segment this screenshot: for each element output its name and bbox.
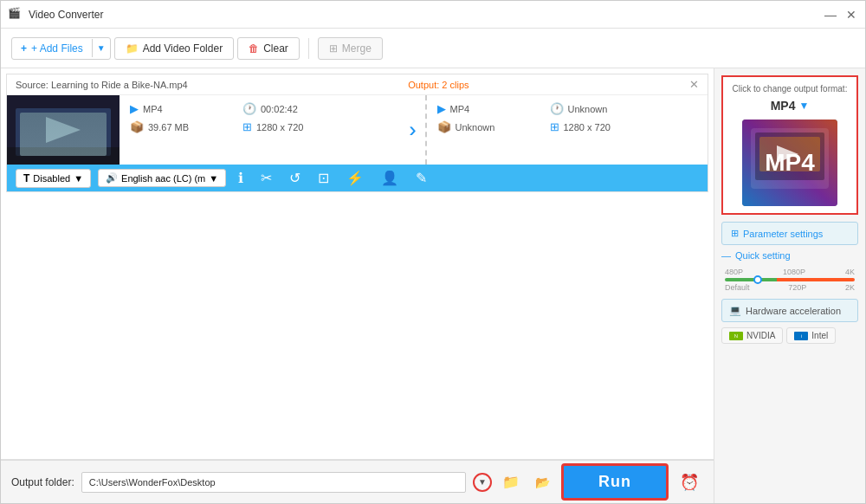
clock-icon: 🕐 [242,102,256,115]
add-files-main-button[interactable]: + + Add Files [12,38,92,59]
info-button[interactable]: ℹ [233,168,249,188]
app-window: 🎬 Video Converter — ✕ + + Add Files ▼ 📁 … [0,0,866,504]
format-hint: Click to change output format: [733,84,848,94]
rotate-button[interactable]: ↺ [284,168,306,188]
bottom-bar: Output folder: ▼ 📁 📂 Run ⏰ [1,460,714,503]
input-size-item: 📦 39.67 MB [130,120,225,133]
add-files-dropdown-arrow[interactable]: ▼ [92,39,110,57]
audio-select[interactable]: 🔊 English aac (LC) (m ▼ [98,169,226,187]
output-format-item: ▶ MP4 [437,102,533,115]
enhance-button[interactable]: ⚡ [341,168,369,188]
close-button[interactable]: ✕ [844,8,858,22]
nvidia-badge[interactable]: N NVIDIA [721,327,783,344]
quality-label-2k: 2K [845,283,855,292]
hw-accel-label: Hardware acceleration [746,306,841,316]
clear-button[interactable]: 🗑 Clear [237,37,300,60]
file-item-header: Source: Learning to Ride a Bike-NA.mp4 O… [7,74,708,95]
quality-label-480p: 480P [725,268,743,276]
output-resolution: 1280 x 720 [564,122,611,132]
resolution-icon: ⊞ [242,120,252,133]
intel-badge[interactable]: i Intel [786,327,836,344]
quality-labels-bottom: Default 720P 2K [725,283,855,292]
add-video-folder-button[interactable]: 📁 Add Video Folder [114,37,235,60]
crop-button[interactable]: ⊡ [313,168,334,188]
output-path-dropdown[interactable]: ▼ [473,473,492,492]
cut-button[interactable]: ✂ [255,168,277,188]
input-info-row-2: 📦 39.67 MB ⊞ 1280 x 720 [130,120,391,133]
svg-rect-1 [16,108,111,156]
add-video-folder-label: Add Video Folder [143,42,223,55]
output-unknown: Unknown [456,122,495,132]
subtitle-dropdown-icon: ▼ [74,173,83,184]
output-path-input[interactable] [81,472,466,493]
format-selected-label: MP4 [771,99,796,113]
input-info-row-1: ▶ MP4 🕐 00:02:42 [130,102,391,115]
content-area: Source: Learning to Ride a Bike-NA.mp4 O… [1,68,865,503]
main-panel: Source: Learning to Ride a Bike-NA.mp4 O… [1,68,714,503]
conversion-arrow: › › [401,95,425,165]
run-button[interactable]: Run [561,463,669,501]
add-files-label: + Add Files [31,42,83,55]
edit-button[interactable]: ✎ [410,168,432,188]
subtitle-icon: T [23,172,29,184]
merge-button[interactable]: ⊞ Merge [318,37,383,60]
toolbar: + + Add Files ▼ 📁 Add Video Folder 🗑 Cle… [1,29,865,68]
svg-rect-3 [7,147,120,165]
input-format-item: ▶ MP4 [130,102,225,115]
parameter-settings-button[interactable]: ⊞ Parameter settings [721,222,858,245]
quality-slider-container: 480P 1080P 4K Default 720P 2K [721,268,858,292]
source-label: Source: Learning to Ride a Bike-NA.mp4 [16,80,188,90]
output-unknown-item: 📦 Unknown [437,120,533,133]
app-title: Video Converter [29,9,824,21]
title-bar: 🎬 Video Converter — ✕ [1,1,865,29]
input-duration-item: 🕐 00:02:42 [242,102,338,115]
audio-label: English aac (LC) (m [121,173,205,184]
add-icon: + [21,42,27,55]
watermark-button[interactable]: 👤 [376,168,404,188]
svg-rect-0 [7,95,120,165]
hardware-acceleration-button[interactable]: 💻 Hardware acceleration [721,299,858,322]
window-controls: — ✕ [824,8,858,22]
browse-folder-button[interactable]: 📁 [499,470,523,494]
quick-setting-section: — Quick setting 480P 1080P 4K Default 72… [714,250,865,299]
param-icon: ⊞ [731,228,739,239]
gpu-badges: N NVIDIA i Intel [714,327,865,344]
arrow-right-icon2: › [410,118,417,142]
app-logo: 🎬 [8,7,23,23]
quick-setting-label: Quick setting [735,250,791,261]
audio-dropdown-icon: ▼ [209,173,218,184]
folder-icon: 📁 [126,42,139,55]
toolbar-divider [308,38,309,59]
open-output-button[interactable]: 📂 [530,470,554,494]
merge-icon: ⊞ [329,42,338,55]
add-files-button-group: + + Add Files ▼ [11,37,111,60]
input-format: MP4 [143,104,163,114]
quality-slider-track[interactable] [725,278,855,281]
minimize-button[interactable]: — [824,8,837,22]
quality-label-720p: 720P [788,283,806,292]
format-preview-label: MP4 [765,149,815,177]
format-selection-box[interactable]: Click to change output format: MP4 ▼ MP4 [721,75,858,215]
quality-label-default: Default [725,283,750,292]
file-item: Source: Learning to Ride a Bike-NA.mp4 O… [6,74,708,192]
output-size-item: 🕐 Unknown [550,102,645,115]
input-size: 39.67 MB [148,122,189,132]
output-size-icon: 📦 [437,120,451,133]
quality-slider-thumb[interactable] [753,275,762,284]
thumbnail-image [7,95,120,165]
video-icon: ▶ [130,102,139,115]
file-close-icon[interactable]: ✕ [689,78,699,91]
nvidia-label: NVIDIA [746,331,775,340]
output-info-row-2: 📦 Unknown ⊞ 1280 x 720 [437,120,698,133]
intel-logo: i [794,332,808,340]
output-size-label: Unknown [568,104,608,114]
subtitle-select[interactable]: T Disabled ▼ [16,169,91,188]
format-select-dropdown[interactable]: MP4 ▼ [771,99,810,113]
input-resolution: 1280 x 720 [256,122,303,132]
nvidia-logo: N [729,332,743,340]
clear-icon: 🗑 [249,42,259,55]
file-list: Source: Learning to Ride a Bike-NA.mp4 O… [1,68,714,460]
output-res-icon: ⊞ [550,120,559,133]
output-file-info: ▶ MP4 🕐 Unknown 📦 [425,95,708,165]
schedule-button[interactable]: ⏰ [675,468,703,496]
